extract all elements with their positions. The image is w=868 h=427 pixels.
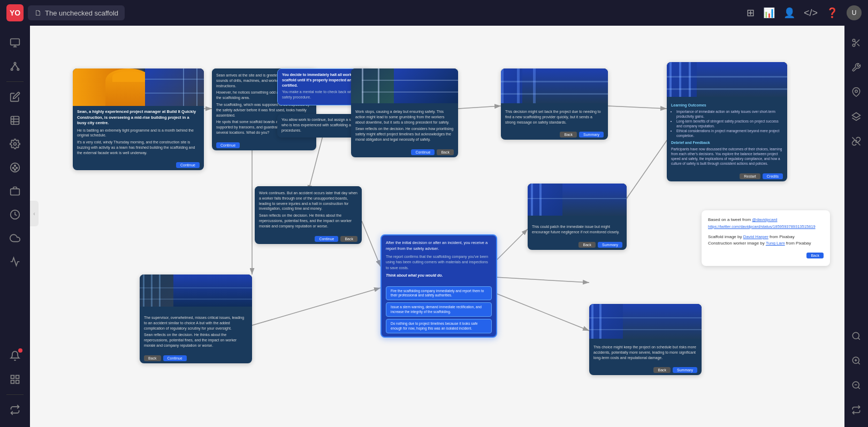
card7-choice2-btn[interactable]: Issue a stern warning, demand immediate … — [386, 302, 492, 317]
sidebar-item-edit[interactable] — [4, 86, 26, 108]
svg-line-35 — [858, 362, 859, 364]
scissors-icon[interactable] — [846, 32, 867, 54]
credits-card: Based on a tweet from @davidpcard https:… — [702, 210, 830, 266]
scene-card-6[interactable]: Work continues. But an accident occurs l… — [255, 186, 362, 244]
card1-footer: Continue — [73, 160, 204, 170]
svg-line-5 — [12, 64, 15, 68]
card8-back-btn[interactable]: Back — [578, 242, 596, 248]
svg-rect-20 — [11, 376, 14, 379]
sidebar-item-table[interactable] — [4, 110, 26, 131]
svg-line-6 — [15, 64, 18, 68]
card1-body: Sean, a highly experienced project manag… — [73, 106, 204, 160]
help-icon[interactable]: ❓ — [826, 7, 838, 19]
sidebar-item-network[interactable] — [4, 56, 26, 77]
zoom-search-icon[interactable] — [846, 325, 867, 347]
zoom-out-icon[interactable] — [846, 375, 867, 396]
avatar[interactable]: U — [847, 5, 862, 20]
card9-body: The supervisor, overwhelmed, misses crit… — [140, 312, 252, 353]
main-canvas: Sean, a highly experienced project manag… — [30, 26, 844, 427]
svg-point-4 — [17, 68, 19, 70]
svg-point-14 — [12, 167, 14, 169]
davidpcard-link[interactable]: @davidpcard — [752, 217, 777, 222]
user-icon[interactable]: 👤 — [783, 7, 795, 19]
code-icon[interactable]: </> — [804, 7, 818, 19]
sidebar-item-briefcase[interactable] — [4, 180, 26, 202]
svg-point-15 — [16, 167, 18, 169]
bar-chart-icon[interactable]: 📊 — [763, 7, 775, 19]
wrench-icon[interactable] — [846, 57, 867, 78]
card1-continue-btn[interactable]: Continue — [176, 162, 200, 168]
sidebar-item-apps[interactable] — [4, 369, 26, 390]
card6-back-btn[interactable]: Back — [340, 236, 357, 242]
card7-choice3-btn[interactable]: Do nothing due to project timelines beca… — [386, 319, 492, 333]
current-tab[interactable]: 🗋 The unchecked scaffold — [28, 5, 125, 20]
tab-icon: 🗋 — [34, 9, 42, 17]
sidebar-divider-2 — [6, 394, 24, 395]
card8-body: This could patch the immediate issue but… — [528, 221, 627, 240]
scene-card-3[interactable]: Work stops, causing a delay but ensuring… — [351, 68, 458, 157]
card4-back-btn[interactable]: Back — [560, 132, 577, 138]
svg-marker-30 — [852, 113, 861, 118]
sidebar-item-cloud[interactable] — [4, 227, 26, 249]
svg-line-28 — [855, 41, 856, 43]
sidebar-item-notifications[interactable] — [4, 345, 26, 367]
svg-rect-23 — [11, 380, 14, 384]
card5-credits-btn[interactable]: Credits — [763, 173, 783, 179]
svg-rect-0 — [11, 39, 20, 45]
svg-line-27 — [857, 44, 859, 46]
right-sidebar — [844, 26, 868, 427]
card6-footer: Continue Back — [255, 234, 362, 244]
canvas-area[interactable]: Sean, a highly experienced project manag… — [30, 26, 844, 427]
tab-title: The unchecked scaffold — [45, 9, 118, 17]
sidebar-item-clock[interactable] — [4, 204, 26, 225]
grid-view-icon[interactable]: ⊞ — [747, 7, 755, 19]
card4-summary-btn[interactable]: Summary — [579, 132, 604, 138]
card2-continue-btn[interactable]: Continue — [216, 142, 240, 148]
card8-summary-btn[interactable]: Summary — [598, 242, 622, 248]
card7-choice1-btn[interactable]: Fire the scaffolding company immediately… — [386, 286, 492, 301]
card10-footer: Back Summary — [589, 365, 702, 375]
card6-continue-btn[interactable]: Continue — [315, 236, 338, 242]
card3-footer: Continue Back — [351, 147, 458, 157]
svg-rect-17 — [11, 189, 20, 195]
svg-rect-7 — [11, 117, 19, 125]
swap-icon[interactable] — [846, 399, 867, 421]
credits-back-btn[interactable]: Back — [806, 253, 824, 258]
sidebar-item-arrows[interactable] — [4, 399, 26, 421]
map-pin-icon[interactable] — [846, 81, 867, 103]
tung-lam-link[interactable]: Tung Lam — [766, 241, 785, 246]
scene-card-1[interactable]: Sean, a highly experienced project manag… — [73, 68, 204, 170]
scene-card-10[interactable]: This choice might keep the project on sc… — [589, 304, 702, 375]
scene-card-5[interactable]: Learning Outcomes Importance of immediat… — [667, 62, 787, 181]
scene-card-8[interactable]: This could patch the immediate issue but… — [528, 184, 627, 250]
card9-back-btn[interactable]: Back — [144, 355, 161, 361]
sidebar-item-settings[interactable] — [4, 133, 26, 155]
david-harper-link[interactable]: David Harper — [743, 234, 768, 239]
sidebar — [0, 26, 30, 427]
sidebar-divider-1 — [6, 81, 24, 82]
sidebar-item-palette[interactable] — [4, 157, 26, 178]
scene-card-7-choice[interactable]: After the initial decision or after an i… — [380, 234, 497, 338]
card7-body: After the initial decision or after an i… — [382, 235, 496, 283]
zoom-in-icon[interactable] — [846, 350, 867, 371]
svg-line-33 — [858, 338, 859, 339]
card10-summary-btn[interactable]: Summary — [673, 367, 697, 373]
tweet-link[interactable]: https://twitter.com/davidpcard/status/18… — [708, 224, 816, 229]
svg-point-29 — [855, 90, 858, 93]
card10-back-btn[interactable]: Back — [653, 367, 671, 373]
sidebar-item-monitor[interactable] — [4, 32, 26, 54]
collapse-sidebar-tab[interactable]: ‹ — [30, 201, 39, 226]
card3-back-btn[interactable]: Back — [437, 149, 454, 155]
card5-footer: Restart Credits — [667, 171, 787, 181]
scene-card-9[interactable]: The supervisor, overwhelmed, misses crit… — [140, 274, 252, 363]
card3-continue-btn[interactable]: Continue — [411, 149, 435, 155]
sidebar-item-linechart[interactable] — [4, 251, 26, 272]
scene-card-4[interactable]: This decision might set back the project… — [501, 68, 608, 140]
card5-restart-btn[interactable]: Restart — [740, 173, 760, 179]
link-slash-icon[interactable] — [846, 131, 867, 152]
yo-logo: YO — [6, 4, 24, 21]
card9-continue-btn[interactable]: Continue — [163, 355, 187, 361]
layers-icon[interactable] — [846, 106, 867, 127]
svg-point-32 — [852, 332, 859, 339]
card2-footer: Continue — [212, 140, 316, 150]
